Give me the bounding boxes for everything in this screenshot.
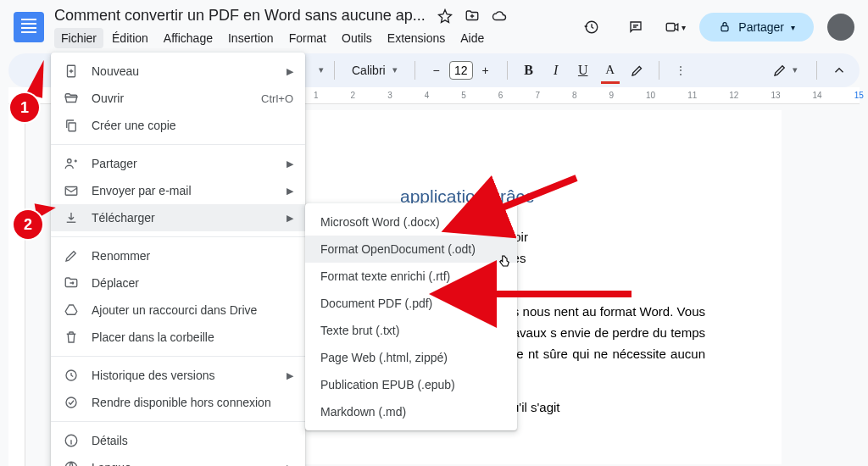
menu-item-nouveau[interactable]: Nouveau ▶	[51, 58, 305, 85]
menu-outils[interactable]: Outils	[335, 28, 379, 48]
collapse-toolbar-button[interactable]	[827, 58, 851, 82]
svg-point-4	[68, 159, 72, 164]
docs-app-icon[interactable]	[14, 12, 44, 42]
more-tools-icon[interactable]: ⋮	[670, 58, 692, 82]
download-md[interactable]: Markdown (.md)	[305, 398, 517, 425]
svg-rect-0	[667, 24, 676, 31]
submenu-arrow-icon: ▶	[287, 66, 293, 77]
annotation-arrow	[483, 169, 585, 223]
new-doc-icon	[63, 64, 80, 79]
menu-affichage[interactable]: Affichage	[157, 28, 220, 48]
user-avatar[interactable]	[827, 14, 854, 41]
menu-item-email[interactable]: Envoyer par e-mail ▶	[51, 177, 305, 204]
drive-shortcut-icon	[63, 302, 80, 318]
download-epub[interactable]: Publication EPUB (.epub)	[305, 371, 517, 398]
share-people-icon	[63, 156, 80, 171]
menubar: Fichier Édition Affichage Insertion Form…	[54, 28, 566, 48]
submenu-arrow-icon: ▶	[287, 370, 293, 381]
rename-pencil-icon	[63, 248, 80, 264]
share-button[interactable]: Partager ▾	[699, 13, 814, 42]
shortcut-label: Ctrl+O	[261, 92, 293, 105]
cursor-pointer-icon	[497, 252, 512, 273]
italic-button[interactable]: I	[545, 58, 567, 82]
highlight-button[interactable]	[626, 58, 648, 82]
menu-format[interactable]: Format	[282, 28, 333, 48]
move-folder-icon	[63, 275, 80, 291]
download-icon	[63, 210, 80, 225]
style-dropdown-arrow[interactable]: ▾	[319, 64, 324, 75]
vertical-ruler[interactable]	[8, 108, 25, 466]
menu-insertion[interactable]: Insertion	[221, 28, 281, 48]
font-size-decrease[interactable]: −	[426, 58, 448, 82]
submenu-arrow-icon: ▶	[287, 158, 293, 169]
menu-item-hors-connexion[interactable]: Rendre disponible hors connexion	[51, 389, 305, 416]
download-txt[interactable]: Texte brut (.txt)	[305, 317, 517, 344]
menu-item-historique[interactable]: Historique des versions ▶	[51, 362, 305, 389]
underline-button[interactable]: U	[572, 58, 594, 82]
menu-aide[interactable]: Aide	[453, 28, 491, 48]
menu-edition[interactable]: Édition	[105, 28, 155, 48]
submenu-arrow-icon: ▶	[287, 463, 293, 467]
annotation-arrow	[475, 281, 636, 309]
download-odt[interactable]: Format OpenDocument (.odt)	[305, 236, 517, 263]
cloud-status-icon[interactable]	[492, 8, 507, 26]
font-size-increase[interactable]: +	[475, 58, 497, 82]
svg-line-10	[492, 178, 576, 212]
font-size-input[interactable]	[449, 61, 473, 80]
share-button-label: Partager	[738, 20, 784, 34]
menu-item-renommer[interactable]: Renommer	[51, 242, 305, 269]
bold-button[interactable]: B	[518, 58, 540, 82]
meet-icon[interactable]: ▾	[665, 12, 686, 42]
file-menu: Nouveau ▶ Ouvrir Ctrl+O Créer une copie …	[51, 53, 305, 466]
annotation-step-1: 1	[10, 93, 39, 122]
svg-rect-3	[69, 123, 75, 131]
text-color-button[interactable]: A	[599, 58, 621, 82]
move-to-folder-icon[interactable]	[465, 8, 480, 26]
menu-item-ouvrir[interactable]: Ouvrir Ctrl+O	[51, 85, 305, 112]
folder-open-icon	[63, 91, 80, 106]
menu-item-langue[interactable]: Langue ▶	[51, 454, 305, 466]
info-icon	[63, 433, 80, 448]
annotation-step-2: 2	[14, 210, 42, 239]
menu-item-deplacer[interactable]: Déplacer	[51, 269, 305, 297]
submenu-arrow-icon: ▶	[287, 213, 293, 224]
menu-item-telecharger[interactable]: Télécharger ▶	[51, 204, 305, 231]
svg-point-7	[66, 397, 76, 408]
history-icon[interactable]	[576, 12, 607, 42]
menu-item-details[interactable]: Détails	[51, 427, 305, 454]
menu-item-partager[interactable]: Partager ▶	[51, 150, 305, 177]
menu-item-copie[interactable]: Créer une copie	[51, 112, 305, 139]
menu-extensions[interactable]: Extensions	[381, 28, 452, 48]
editing-mode-button[interactable]: ▾	[764, 59, 806, 81]
copy-icon	[63, 118, 80, 133]
star-icon[interactable]	[437, 8, 453, 26]
menu-item-corbeille[interactable]: Placer dans la corbeille	[51, 324, 305, 351]
history-clock-icon	[63, 368, 80, 383]
submenu-arrow-icon: ▶	[287, 186, 293, 197]
offline-icon	[63, 395, 80, 410]
download-html[interactable]: Page Web (.html, zippé)	[305, 344, 517, 371]
font-family-label: Calibri	[352, 64, 386, 77]
svg-rect-5	[65, 187, 77, 196]
document-title[interactable]: Comment convertir un PDF en Word sans au…	[54, 7, 426, 25]
menu-fichier[interactable]: Fichier	[54, 28, 103, 48]
menu-item-raccourci-drive[interactable]: Ajouter un raccourci dans Drive	[51, 297, 305, 324]
comments-icon[interactable]	[620, 12, 651, 42]
font-family-select[interactable]: Calibri ▾	[345, 64, 404, 77]
trash-icon	[63, 330, 80, 345]
mail-icon	[63, 183, 80, 198]
svg-rect-1	[721, 26, 728, 31]
globe-icon	[63, 460, 80, 466]
download-submenu: Microsoft Word (.docx) Format OpenDocume…	[305, 203, 517, 430]
